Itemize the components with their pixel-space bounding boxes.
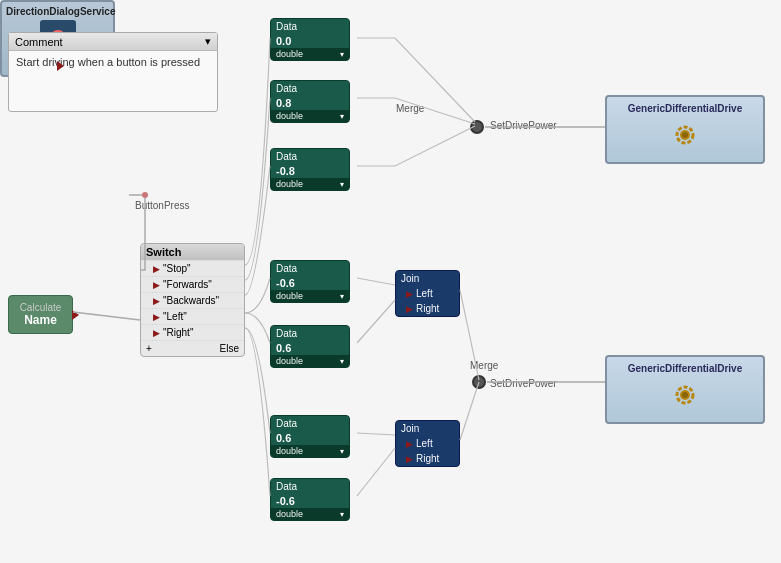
button-press-dot <box>142 192 148 198</box>
data-node-4[interactable]: Data 0.6 double ▾ <box>270 325 350 368</box>
switch-row-forwards: ▶ "Forwards" <box>141 276 244 292</box>
data-node-2[interactable]: Data -0.8 double ▾ <box>270 148 350 191</box>
data-expand-5: ▾ <box>340 447 344 456</box>
wire-data6-join2r <box>357 448 395 496</box>
wire-data5-join2l <box>357 433 395 435</box>
data-node-5[interactable]: Data 0.6 double ▾ <box>270 415 350 458</box>
comment-header: Comment ▾ <box>9 33 217 51</box>
data-input-port-5 <box>270 432 271 442</box>
data-node-6[interactable]: Data -0.6 double ▾ <box>270 478 350 521</box>
wire-bwd-data2 <box>245 166 270 295</box>
join-node-0[interactable]: Join ▶ Left ▶ Right <box>395 270 460 317</box>
switch-row-backwards: ▶ "Backwards" <box>141 292 244 308</box>
gdd-node-0[interactable]: GenericDifferentialDrive <box>605 95 765 164</box>
switch-row-right: ▶ "Right" <box>141 324 244 340</box>
join-output-port-1 <box>459 439 460 449</box>
comment-box: Comment ▾ Start driving when a button is… <box>8 32 218 112</box>
data-expand-4: ▾ <box>340 357 344 366</box>
wire-calc-switch <box>73 312 140 320</box>
calculate-title: Calculate <box>13 302 68 313</box>
gear-svg-1 <box>670 380 700 410</box>
data-value-5: 0.6 <box>271 431 349 445</box>
join-arrow-right-0: ▶ <box>406 304 413 314</box>
data-input-port-0 <box>270 35 271 45</box>
merge-label-1: Merge <box>470 360 498 371</box>
switch-arrow-left: ▶ <box>153 312 160 322</box>
gdd-node-1[interactable]: GenericDifferentialDrive <box>605 355 765 424</box>
data-title-6: Data <box>271 479 349 494</box>
switch-node[interactable]: Switch ▶ "Stop" ▶ "Forwards" ▶ "Backward… <box>140 243 245 357</box>
switch-label-left: "Left" <box>163 311 187 322</box>
wire-data2-merge1 <box>357 126 475 166</box>
join-arrow-left-0: ▶ <box>406 289 413 299</box>
wire-left-data3 <box>245 278 270 313</box>
svg-point-5 <box>682 392 688 398</box>
data-input-port-2 <box>270 165 271 175</box>
data-type-label-5: double <box>276 446 303 456</box>
data-type-2: double ▾ <box>271 178 349 190</box>
data-title-4: Data <box>271 326 349 341</box>
calculate-output-port <box>72 310 79 320</box>
svg-point-2 <box>682 132 688 138</box>
join-left-label-0: Left <box>416 288 433 299</box>
wire-data4-join1r <box>357 300 395 343</box>
wire-data3-join1l <box>357 278 395 285</box>
join-title-0: Join <box>396 271 459 286</box>
data-type-label-0: double <box>276 49 303 59</box>
calculate-label: Name <box>13 313 68 327</box>
comment-title: Comment <box>15 36 63 48</box>
data-value-6: -0.6 <box>271 494 349 508</box>
set-drive-power-label-0: SetDrivePower <box>490 120 557 131</box>
join-node-1[interactable]: Join ▶ Left ▶ Right <box>395 420 460 467</box>
data-output-port-5 <box>349 432 350 442</box>
data-type-1: double ▾ <box>271 110 349 122</box>
wire-right-data5 <box>245 328 270 433</box>
data-input-port-6 <box>270 495 271 505</box>
data-output-port-3 <box>349 277 350 287</box>
gdd-title-1: GenericDifferentialDrive <box>617 363 753 374</box>
switch-arrow-right: ▶ <box>153 328 160 338</box>
data-expand-1: ▾ <box>340 112 344 121</box>
merge-label-0: Merge <box>396 103 424 114</box>
switch-label-stop: "Stop" <box>163 263 191 274</box>
data-node-1[interactable]: Data 0.8 double ▾ <box>270 80 350 123</box>
join-arrow-right-1: ▶ <box>406 454 413 464</box>
data-type-label-2: double <box>276 179 303 189</box>
data-value-4: 0.6 <box>271 341 349 355</box>
data-type-label-4: double <box>276 356 303 366</box>
data-input-port-3 <box>270 277 271 287</box>
data-expand-0: ▾ <box>340 50 344 59</box>
comment-dropdown-icon: ▾ <box>205 35 211 48</box>
data-value-2: -0.8 <box>271 164 349 178</box>
data-output-port-1 <box>349 97 350 107</box>
switch-row-left: ▶ "Left" <box>141 308 244 324</box>
switch-else-row: + Else <box>141 340 244 356</box>
data-value-0: 0.0 <box>271 34 349 48</box>
join-right-label-1: Right <box>416 453 439 464</box>
set-drive-power-label-1: SetDrivePower <box>490 378 557 389</box>
gdd-icon-1 <box>667 377 703 413</box>
join-right-0: ▶ Right <box>396 301 459 316</box>
data-title-1: Data <box>271 81 349 96</box>
data-title-0: Data <box>271 19 349 34</box>
switch-arrow-forwards: ▶ <box>153 280 160 290</box>
data-output-port-0 <box>349 35 350 45</box>
gdd-title-0: GenericDifferentialDrive <box>617 103 753 114</box>
switch-header: Switch <box>141 244 244 260</box>
join-left-label-1: Left <box>416 438 433 449</box>
data-node-0[interactable]: Data 0.0 double ▾ <box>270 18 350 61</box>
gear-svg-0 <box>670 120 700 150</box>
calculate-name-node[interactable]: Calculate Name <box>8 295 73 334</box>
direction-output-port <box>57 61 64 71</box>
data-type-0: double ▾ <box>271 48 349 60</box>
wire-left-data4 <box>245 313 270 343</box>
switch-else-label: Else <box>220 343 239 354</box>
direction-node-title: DirectionDialogService <box>6 6 109 17</box>
data-node-3[interactable]: Data -0.6 double ▾ <box>270 260 350 303</box>
button-press-label: ButtonPress <box>135 200 189 211</box>
switch-label-right: "Right" <box>163 327 193 338</box>
wire-fwd-data1 <box>245 98 270 280</box>
data-type-5: double ▾ <box>271 445 349 457</box>
join-output-port-0 <box>459 289 460 299</box>
wire-join2-merge2 <box>460 382 479 440</box>
